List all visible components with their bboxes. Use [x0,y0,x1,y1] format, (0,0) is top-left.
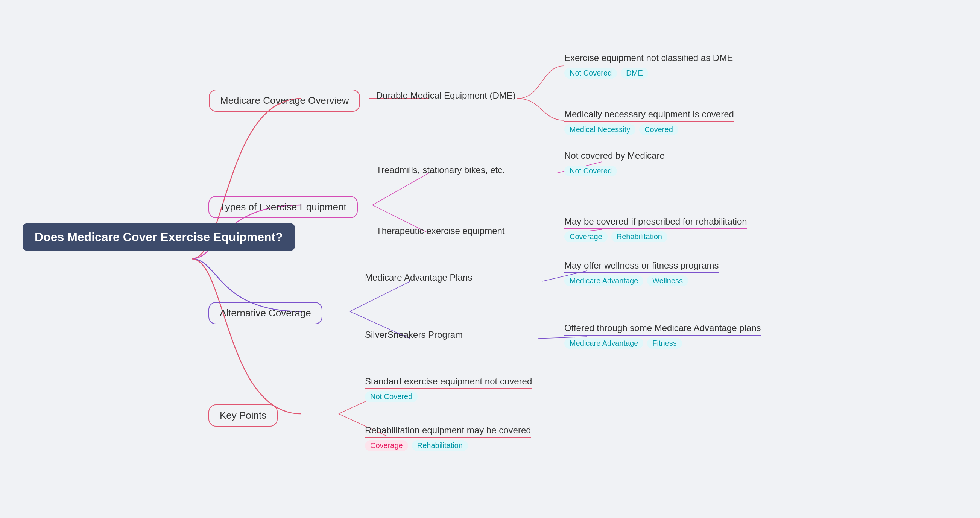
tag-coverage-therapeutic: Coverage [564,231,608,242]
tag-wellness: Wellness [647,275,688,286]
leaf-keypoints-1: Standard exercise equipment not covered … [365,376,532,402]
tag-not-covered-keypoints: Not Covered [365,391,418,402]
tag-coverage-keypoints: Coverage [365,440,408,451]
tags-silversneakers: Medicare Advantage Fitness [564,338,761,349]
tag-dme: DME [621,68,648,79]
leaf-treadmills: Not covered by Medicare Not Covered [564,151,665,176]
leaf-therapeutic: May be covered if prescribed for rehabil… [564,216,747,242]
tag-not-covered-dme: Not Covered [564,68,617,79]
tags-advantage: Medicare Advantage Wellness [564,275,719,286]
branch-label-medicare: Medicare Coverage Overview [220,95,349,106]
tag-medical-necessity: Medical Necessity [564,124,635,135]
branch-label-alternative: Alternative Coverage [220,307,311,319]
branch-key-points: Key Points [208,404,278,427]
root-node: Does Medicare Cover Exercise Equipment? [22,224,295,251]
branch-exercise-equipment: Types of Exercise Equipment [208,196,358,218]
tag-rehabilitation-therapeutic: Rehabilitation [611,231,667,242]
leaf-text-treadmills: Not covered by Medicare [564,151,665,163]
tag-covered-dme: Covered [639,124,678,135]
tag-medicare-advantage-2: Medicare Advantage [564,338,643,349]
branch-label-keypoints: Key Points [220,410,266,421]
leaf-text-keypoints-1: Standard exercise equipment not covered [365,376,532,389]
leaf-text-dme-1: Exercise equipment not classified as DME [564,52,733,65]
tags-keypoints-1: Not Covered [365,391,532,402]
therapeutic-mid-label: Therapeutic exercise equipment [376,226,505,236]
leaf-text-therapeutic: May be covered if prescribed for rehabil… [564,216,747,229]
branch-alternative-coverage: Alternative Coverage [208,302,322,324]
leaf-dme-2: Medically necessary equipment is covered… [564,109,734,135]
leaf-advantage-plans: May offer wellness or fitness programs M… [564,260,719,286]
branch-medicare-coverage: Medicare Coverage Overview [209,89,360,112]
silversneakers-mid-label: SilverSneakers Program [365,329,463,340]
root-label: Does Medicare Cover Exercise Equipment? [35,230,283,244]
tags-dme-2: Medical Necessity Covered [564,124,734,135]
leaf-keypoints-2: Rehabilitation equipment may be covered … [365,425,531,451]
treadmills-mid-label: Treadmills, stationary bikes, etc. [376,165,505,175]
mindmap-container: Does Medicare Cover Exercise Equipment? … [0,0,980,518]
leaf-text-advantage: May offer wellness or fitness programs [564,260,719,273]
leaf-text-dme-2: Medically necessary equipment is covered [564,109,734,122]
tag-medicare-advantage-1: Medicare Advantage [564,275,643,286]
tag-not-covered-treadmills: Not Covered [564,165,617,176]
tags-dme-1: Not Covered DME [564,68,733,79]
leaf-text-keypoints-2: Rehabilitation equipment may be covered [365,425,531,438]
tags-treadmills: Not Covered [564,165,665,176]
tag-rehabilitation-keypoints: Rehabilitation [412,440,468,451]
tags-keypoints-2: Coverage Rehabilitation [365,440,531,451]
leaf-silversneakers: Offered through some Medicare Advantage … [564,323,761,349]
branch-label-exercise: Types of Exercise Equipment [220,201,347,213]
svg-line-5 [350,281,410,311]
tag-fitness: Fitness [647,338,682,349]
tags-therapeutic: Coverage Rehabilitation [564,231,747,242]
svg-line-1 [372,173,429,205]
dme-mid-label: Durable Medical Equipment (DME) [376,90,516,101]
leaf-text-silversneakers: Offered through some Medicare Advantage … [564,323,761,335]
leaf-dme-1: Exercise equipment not classified as DME… [564,52,733,79]
advantage-plans-mid-label: Medicare Advantage Plans [365,272,473,283]
